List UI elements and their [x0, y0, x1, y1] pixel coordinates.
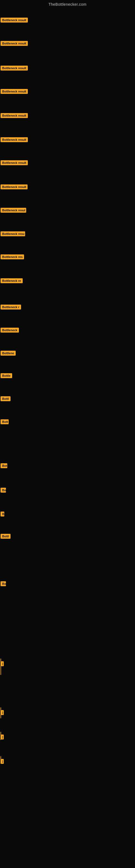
bottleneck-badge: Bo — [1, 488, 6, 493]
vertical-line — [1, 756, 1, 763]
bottleneck-badge: Bottlene — [1, 351, 16, 355]
vertical-line — [1, 732, 1, 740]
bottleneck-badge: B — [1, 512, 4, 517]
bottleneck-badge: Bottleneck resul — [1, 208, 26, 213]
bottleneck-badge: Bottleneck r — [1, 305, 21, 310]
bottleneck-badge: Bottle — [1, 373, 12, 378]
bottleneck-badge: Bottleneck result — [1, 89, 28, 94]
bottleneck-badge: Bot — [1, 463, 7, 468]
bottleneck-badge: Bo — [1, 581, 6, 586]
vertical-line — [1, 707, 1, 718]
bottleneck-badge: Bottleneck res — [1, 254, 24, 259]
bottleneck-badge: Bottleneck result — [1, 184, 28, 189]
bottleneck-badge: Bottleneck re — [1, 278, 23, 283]
bottleneck-badge: Bottleneck result — [1, 137, 28, 142]
bottleneck-badge: Bottleneck result — [1, 113, 28, 118]
bottleneck-badge: Bottleneck result — [1, 160, 28, 165]
bottleneck-badge: Bottleneck result — [1, 66, 28, 70]
bottleneck-badge: Bottl — [1, 534, 10, 539]
site-title: TheBottlenecker.com — [0, 0, 135, 8]
bottleneck-badge: Bottleneck result — [1, 18, 28, 23]
bottleneck-badge: Bottleneck — [1, 328, 19, 333]
bottleneck-badge: Bottleneck resu — [1, 231, 25, 236]
bottleneck-badge: Bottleneck result — [1, 41, 28, 46]
vertical-line — [1, 659, 1, 675]
bottleneck-badge: Bottl — [1, 396, 10, 401]
bottleneck-badge: Bott — [1, 420, 9, 424]
